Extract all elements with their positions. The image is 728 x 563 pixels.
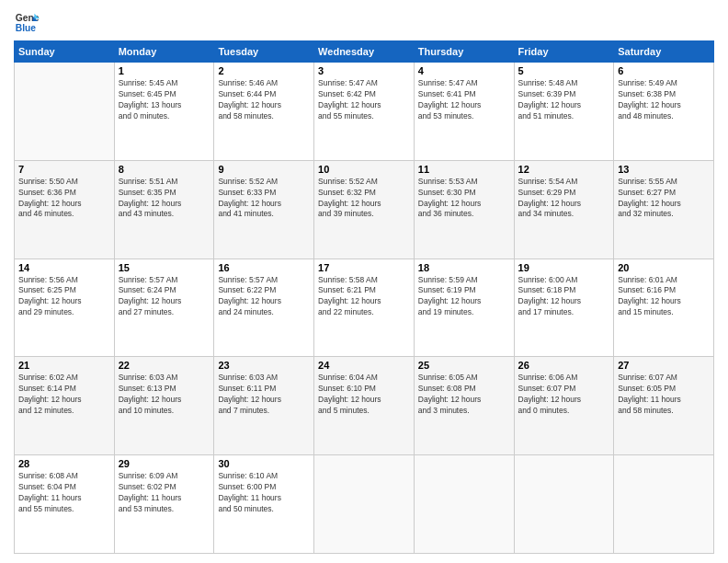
day-info: Sunrise: 6:01 AMSunset: 6:16 PMDaylight:… [618, 275, 710, 319]
day-info: Sunrise: 5:58 AMSunset: 6:21 PMDaylight:… [318, 275, 410, 319]
day-info: Sunrise: 5:57 AMSunset: 6:24 PMDaylight:… [119, 275, 210, 319]
day-number: 11 [418, 164, 510, 175]
day-info: Sunrise: 5:59 AMSunset: 6:19 PMDaylight:… [418, 275, 510, 319]
header: General Blue [14, 9, 714, 35]
calendar-cell: 27Sunrise: 6:07 AMSunset: 6:05 PMDayligh… [614, 357, 714, 455]
day-number: 13 [618, 164, 710, 175]
day-number: 7 [18, 164, 110, 175]
svg-text:Blue: Blue [16, 23, 37, 33]
calendar-cell: 14Sunrise: 5:56 AMSunset: 6:25 PMDayligh… [15, 259, 115, 357]
calendar-cell: 16Sunrise: 5:57 AMSunset: 6:22 PMDayligh… [214, 259, 314, 357]
col-header-sunday: Sunday [15, 41, 115, 63]
calendar-cell: 22Sunrise: 6:03 AMSunset: 6:13 PMDayligh… [114, 357, 214, 455]
calendar-cell: 25Sunrise: 6:05 AMSunset: 6:08 PMDayligh… [414, 357, 514, 455]
day-number: 22 [119, 360, 210, 371]
calendar-cell: 5Sunrise: 5:48 AMSunset: 6:39 PMDaylight… [514, 63, 614, 161]
col-header-monday: Monday [114, 41, 214, 63]
calendar-cell: 20Sunrise: 6:01 AMSunset: 6:16 PMDayligh… [614, 259, 714, 357]
calendar-cell [414, 455, 514, 554]
day-info: Sunrise: 5:48 AMSunset: 6:39 PMDaylight:… [518, 78, 610, 122]
col-header-wednesday: Wednesday [314, 41, 415, 63]
col-header-saturday: Saturday [614, 41, 714, 63]
day-info: Sunrise: 6:09 AMSunset: 6:02 PMDaylight:… [119, 471, 210, 515]
day-info: Sunrise: 5:56 AMSunset: 6:25 PMDaylight:… [18, 275, 110, 319]
day-info: Sunrise: 5:51 AMSunset: 6:35 PMDaylight:… [119, 177, 210, 221]
calendar-cell: 24Sunrise: 6:04 AMSunset: 6:10 PMDayligh… [314, 357, 415, 455]
calendar-cell [514, 455, 614, 554]
calendar-cell: 28Sunrise: 6:08 AMSunset: 6:04 PMDayligh… [15, 455, 115, 554]
calendar-cell: 30Sunrise: 6:10 AMSunset: 6:00 PMDayligh… [214, 455, 314, 554]
calendar-cell: 21Sunrise: 6:02 AMSunset: 6:14 PMDayligh… [15, 357, 115, 455]
day-number: 2 [218, 65, 310, 76]
calendar-cell: 7Sunrise: 5:50 AMSunset: 6:36 PMDaylight… [15, 160, 115, 259]
calendar-cell: 1Sunrise: 5:45 AMSunset: 6:45 PMDaylight… [114, 63, 214, 161]
day-info: Sunrise: 5:52 AMSunset: 6:33 PMDaylight:… [218, 177, 310, 221]
day-number: 15 [119, 262, 210, 273]
calendar-cell: 26Sunrise: 6:06 AMSunset: 6:07 PMDayligh… [514, 357, 614, 455]
calendar-cell: 3Sunrise: 5:47 AMSunset: 6:42 PMDaylight… [314, 63, 415, 161]
day-number: 10 [318, 164, 410, 175]
day-info: Sunrise: 5:45 AMSunset: 6:45 PMDaylight:… [119, 78, 210, 122]
page: General Blue SundayMondayTuesdayWednesda… [0, 0, 728, 563]
day-info: Sunrise: 5:54 AMSunset: 6:29 PMDaylight:… [518, 177, 610, 221]
day-number: 23 [218, 360, 310, 371]
day-number: 20 [618, 262, 710, 273]
calendar-cell: 13Sunrise: 5:55 AMSunset: 6:27 PMDayligh… [614, 160, 714, 259]
day-number: 3 [318, 65, 410, 76]
day-info: Sunrise: 6:03 AMSunset: 6:11 PMDaylight:… [218, 373, 310, 417]
day-number: 29 [119, 458, 210, 469]
day-info: Sunrise: 5:53 AMSunset: 6:30 PMDaylight:… [418, 177, 510, 221]
day-number: 28 [18, 458, 110, 469]
calendar-cell [614, 455, 714, 554]
calendar-cell: 17Sunrise: 5:58 AMSunset: 6:21 PMDayligh… [314, 259, 415, 357]
day-info: Sunrise: 6:08 AMSunset: 6:04 PMDaylight:… [18, 471, 110, 515]
calendar-cell: 29Sunrise: 6:09 AMSunset: 6:02 PMDayligh… [114, 455, 214, 554]
day-number: 27 [618, 360, 710, 371]
day-number: 1 [119, 65, 210, 76]
day-info: Sunrise: 6:07 AMSunset: 6:05 PMDaylight:… [618, 373, 710, 417]
calendar-cell: 12Sunrise: 5:54 AMSunset: 6:29 PMDayligh… [514, 160, 614, 259]
calendar-cell: 11Sunrise: 5:53 AMSunset: 6:30 PMDayligh… [414, 160, 514, 259]
calendar-cell: 10Sunrise: 5:52 AMSunset: 6:32 PMDayligh… [314, 160, 415, 259]
day-number: 14 [18, 262, 110, 273]
day-info: Sunrise: 5:55 AMSunset: 6:27 PMDaylight:… [618, 177, 710, 221]
day-info: Sunrise: 5:57 AMSunset: 6:22 PMDaylight:… [218, 275, 310, 319]
day-info: Sunrise: 5:50 AMSunset: 6:36 PMDaylight:… [18, 177, 110, 221]
day-number: 19 [518, 262, 610, 273]
day-info: Sunrise: 6:00 AMSunset: 6:18 PMDaylight:… [518, 275, 610, 319]
day-number: 24 [318, 360, 410, 371]
day-number: 9 [218, 164, 310, 175]
calendar-cell: 23Sunrise: 6:03 AMSunset: 6:11 PMDayligh… [214, 357, 314, 455]
calendar-cell: 19Sunrise: 6:00 AMSunset: 6:18 PMDayligh… [514, 259, 614, 357]
day-number: 18 [418, 262, 510, 273]
day-number: 16 [218, 262, 310, 273]
calendar-cell: 6Sunrise: 5:49 AMSunset: 6:38 PMDaylight… [614, 63, 714, 161]
day-number: 6 [618, 65, 710, 76]
col-header-thursday: Thursday [414, 41, 514, 63]
day-number: 17 [318, 262, 410, 273]
logo: General Blue [14, 9, 40, 35]
day-number: 25 [418, 360, 510, 371]
day-number: 12 [518, 164, 610, 175]
day-number: 8 [119, 164, 210, 175]
calendar-cell: 8Sunrise: 5:51 AMSunset: 6:35 PMDaylight… [114, 160, 214, 259]
day-info: Sunrise: 6:02 AMSunset: 6:14 PMDaylight:… [18, 373, 110, 417]
day-info: Sunrise: 5:47 AMSunset: 6:42 PMDaylight:… [318, 78, 410, 122]
day-number: 5 [518, 65, 610, 76]
day-info: Sunrise: 5:49 AMSunset: 6:38 PMDaylight:… [618, 78, 710, 122]
day-info: Sunrise: 6:03 AMSunset: 6:13 PMDaylight:… [119, 373, 210, 417]
day-info: Sunrise: 6:04 AMSunset: 6:10 PMDaylight:… [318, 373, 410, 417]
logo-icon: General Blue [14, 9, 40, 35]
col-header-tuesday: Tuesday [214, 41, 314, 63]
calendar-cell: 18Sunrise: 5:59 AMSunset: 6:19 PMDayligh… [414, 259, 514, 357]
day-number: 30 [218, 458, 310, 469]
day-info: Sunrise: 5:52 AMSunset: 6:32 PMDaylight:… [318, 177, 410, 221]
calendar-cell [314, 455, 415, 554]
day-number: 4 [418, 65, 510, 76]
calendar-cell: 15Sunrise: 5:57 AMSunset: 6:24 PMDayligh… [114, 259, 214, 357]
day-info: Sunrise: 5:47 AMSunset: 6:41 PMDaylight:… [418, 78, 510, 122]
day-number: 21 [18, 360, 110, 371]
day-info: Sunrise: 6:06 AMSunset: 6:07 PMDaylight:… [518, 373, 610, 417]
calendar-cell [15, 63, 115, 161]
calendar-cell: 4Sunrise: 5:47 AMSunset: 6:41 PMDaylight… [414, 63, 514, 161]
